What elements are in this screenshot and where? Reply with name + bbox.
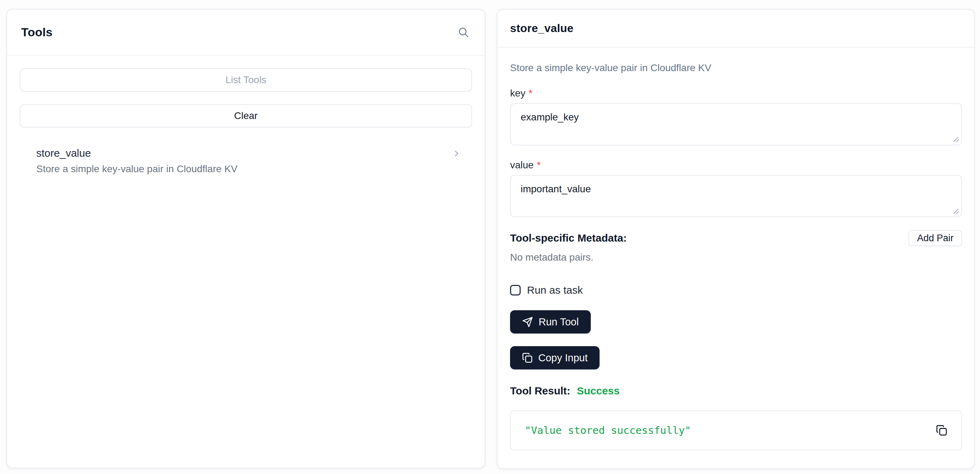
metadata-row: Tool-specific Metadata: Add Pair	[510, 230, 962, 246]
metadata-empty-text: No metadata pairs.	[510, 252, 962, 263]
run-as-task-label: Run as task	[527, 284, 583, 296]
clear-button[interactable]: Clear	[20, 104, 472, 127]
key-label-text: key	[510, 88, 526, 99]
copy-icon	[522, 353, 533, 363]
tool-detail-content: Store a simple key-value pair in Cloudfl…	[497, 62, 974, 450]
tools-panel-content: List Tools Clear store_value Store a sim…	[7, 68, 485, 175]
tool-detail-title: store_value	[510, 22, 573, 35]
tool-result-heading: Tool Result: Success	[510, 385, 962, 397]
tool-detail-panel: store_value Store a simple key-value pai…	[497, 9, 975, 469]
resize-grip-icon[interactable]	[952, 135, 959, 143]
search-icon[interactable]	[458, 27, 469, 38]
value-input[interactable]: important_value	[510, 175, 962, 217]
tools-panel: Tools List Tools Clear store_value Store…	[6, 9, 485, 468]
key-input[interactable]: example_key	[510, 103, 962, 145]
run-tool-label: Run Tool	[539, 316, 579, 328]
run-as-task-row: Run as task	[510, 284, 962, 296]
tool-result-output: "Value stored successfully"	[525, 424, 691, 436]
value-required-marker: *	[537, 159, 541, 171]
copy-icon	[936, 425, 947, 436]
tool-description: Store a simple key-value pair in Cloudfl…	[510, 62, 962, 73]
tool-detail-header: store_value	[497, 10, 974, 48]
tools-panel-header: Tools	[7, 10, 485, 56]
add-pair-button[interactable]: Add Pair	[908, 230, 962, 246]
tool-list-item-description: Store a simple key-value pair in Cloudfl…	[36, 164, 237, 175]
copy-input-button[interactable]: Copy Input	[510, 346, 600, 369]
tool-result-status: Success	[577, 385, 620, 396]
tool-list-item[interactable]: store_value Store a simple key-value pai…	[20, 147, 472, 175]
tool-result-box: "Value stored successfully"	[510, 410, 962, 450]
tool-list-item-name: store_value	[36, 147, 237, 159]
copy-input-label: Copy Input	[538, 352, 587, 364]
tools-panel-title: Tools	[21, 25, 52, 39]
value-field-label: value *	[510, 159, 962, 171]
tool-result-label: Tool Result:	[510, 385, 570, 396]
run-tool-button[interactable]: Run Tool	[510, 310, 591, 334]
value-label-text: value	[510, 159, 534, 171]
list-tools-button[interactable]: List Tools	[20, 68, 472, 92]
copy-result-button[interactable]	[935, 423, 949, 437]
chevron-right-icon	[452, 149, 461, 159]
run-as-task-checkbox[interactable]	[510, 285, 521, 296]
tool-list-item-text: store_value Store a simple key-value pai…	[36, 147, 237, 175]
key-field-wrap: example_key	[510, 103, 962, 145]
key-required-marker: *	[529, 88, 533, 99]
send-icon	[522, 317, 533, 328]
key-field-label: key *	[510, 88, 962, 99]
metadata-heading: Tool-specific Metadata:	[510, 232, 627, 244]
value-field-wrap: important_value	[510, 175, 962, 217]
resize-grip-icon[interactable]	[952, 207, 959, 215]
